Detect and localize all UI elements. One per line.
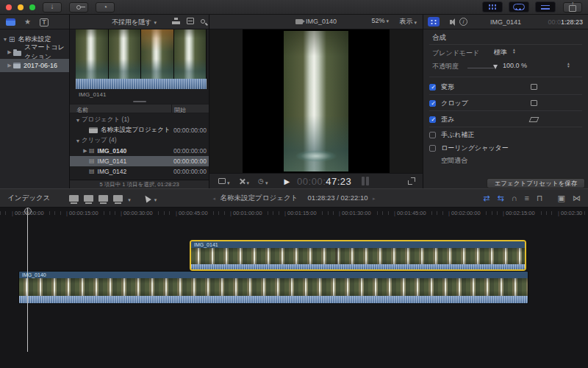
inspector-toggle-button[interactable] [535,1,556,13]
ruler-label: 00:02:15:00 [501,210,537,216]
viewer-toolbar: ◷ ▶ 00:00:47:23 [209,173,423,188]
browser-toggle-button[interactable] [482,1,503,13]
browser-group-row[interactable]: ▼ プロジェクト (1) [70,115,209,125]
sidebar-item-label: 2017-06-16 [24,62,57,69]
timeline-toggle-button[interactable] [509,1,529,13]
viewer-title: IMG_0140 [209,18,423,25]
browser-clip-row[interactable]: ▶ ▤ IMG_0140 00:00:00:00 [70,146,209,156]
keyword-editor-button[interactable] [69,2,88,13]
chevron-down-icon [154,18,157,26]
playhead[interactable] [27,208,28,352]
clip-icon: ▤ [89,158,95,164]
clip-name: IMG_0140 [19,272,528,278]
audio-waveform[interactable] [76,79,207,89]
filmstrip-frame[interactable] [141,29,174,79]
disclosure-closed-icon[interactable]: ▶ [82,148,89,154]
sidebar-item-event[interactable]: ▶ 2017-06-16 [0,59,69,72]
crop-icon[interactable] [531,100,537,106]
project-icon [89,127,98,133]
previous-project-icon[interactable]: ◂ [212,196,218,201]
filmstrip-frame[interactable] [174,29,207,79]
browser-grid-icon [488,4,497,10]
browser-clip-row-selected[interactable]: ▤ IMG_0141 00:00:00:00 [70,156,209,166]
event-icon [13,63,21,68]
browser-group-row[interactable]: ▼ クリップ (4) [70,135,209,146]
video-frame [284,31,348,171]
play-button[interactable]: ▶ [284,177,290,185]
column-divider[interactable] [171,105,172,113]
clip-name: IMG_0141 [191,241,525,248]
disclosure-open-icon[interactable]: ▼ [74,118,82,123]
minimize-button[interactable] [18,4,24,10]
distort-checkbox[interactable] [429,116,436,123]
libraries-sidebar: ★ T ▼ ⊞ 名称未設定 ▶ スマートコレクション ▶ 2017-06-16 [0,15,70,188]
enhancements-popup[interactable] [239,174,250,188]
disclosure-open-icon[interactable]: ▼ [1,37,9,42]
background-tasks-button[interactable]: ◔ [96,2,115,13]
row-start-time: 00:00:00:00 [173,168,207,175]
timeline-clip-connected-selected[interactable]: IMG_0141 [190,240,526,271]
titles-generators-icon[interactable]: T [40,18,49,26]
filmstrip-frame[interactable] [109,29,142,79]
pane-splitter-handle[interactable] [133,101,146,102]
retime-popup[interactable]: ◷ [258,174,268,188]
zoom-popup[interactable]: 52% [371,17,389,24]
import-button[interactable] [43,2,62,13]
viewer-stage [209,29,423,173]
fullscreen-button[interactable] [29,4,35,10]
transform-checkbox[interactable] [429,84,436,91]
timeline-clip-primary[interactable]: IMG_0140 [18,271,528,304]
list-view-icon[interactable] [187,18,194,24]
audio-meters[interactable] [362,177,369,185]
timeline-ruler[interactable]: 00:00:00:00 00:00:15:00 00:00:30:00 00:0… [0,208,588,218]
transform-icon[interactable] [531,84,537,90]
effect-row-crop: クロップ [423,96,588,110]
row-start-time: 00:00:00:00 [173,147,207,155]
disclosure-closed-icon[interactable]: ▶ [6,49,13,55]
browser-clip-row[interactable]: ▤ IMG_0142 00:00:00:00 [70,166,209,177]
filmstrip-frame[interactable] [76,29,109,79]
disclosure-open-icon[interactable]: ▼ [74,138,82,144]
view-popup[interactable]: 表示 [399,17,417,26]
share-button[interactable] [563,2,582,13]
close-button[interactable] [6,4,12,10]
timeline-toolbar: インデックス ◂ 名称未設定プロジェクト 01:28:23 / 02:22:10… [0,188,588,208]
search-icon[interactable] [201,19,205,24]
browser-project-row[interactable]: 名称未設定プロジェクト 00:00:00:00 [70,125,209,135]
divider [429,44,582,45]
rolling-shutter-checkbox[interactable] [429,145,436,152]
timeline[interactable]: 00:00:00:00 00:00:15:00 00:00:30:00 00:0… [0,208,588,368]
save-effects-preset-button[interactable]: エフェクトプリセットを保存 [487,178,585,188]
ruler-label: 00:02:00:00 [447,210,482,216]
sidebar-item-smart-collection[interactable]: ▶ スマートコレクション [0,46,69,59]
project-name[interactable]: 名称未設定プロジェクト [220,194,298,202]
distort-icon[interactable] [529,117,539,122]
clips-library-icon[interactable] [6,18,15,26]
filmstrip-seam [335,248,338,264]
group-label: クリップ (4) [82,136,117,145]
next-project-icon[interactable]: ▸ [370,196,375,201]
clip-filmstrip[interactable] [76,29,207,79]
zoom-level: 52% [371,17,384,24]
crop-checkbox[interactable] [429,100,436,107]
blend-mode-popup[interactable]: 標準 [494,48,507,57]
stabilization-checkbox[interactable] [429,132,436,138]
filter-popup[interactable]: 不採用を隠す [112,17,157,27]
row-label: IMG_0142 [98,168,127,175]
browser-status-bar: 5 項目中 1 項目を選択, 01:28:23 [70,180,209,188]
view-options-popup[interactable] [218,174,230,188]
column-name[interactable]: 名前 [76,106,88,114]
clip-appearance-icon[interactable] [172,18,180,24]
opacity-slider-track[interactable] [467,68,494,68]
stepper-arrows-icon[interactable]: ▴▾ [567,62,570,68]
fullscreen-icon[interactable] [408,177,415,185]
opacity-slider-handle[interactable] [493,65,498,69]
column-start[interactable]: 開始 [174,106,186,114]
photos-audio-icon[interactable]: ★ [24,18,31,26]
effect-label: 歪み [441,115,454,124]
effect-row-rolling-shutter: ローリングシャッター [423,141,588,155]
retime-clock-icon: ◷ [258,178,264,185]
disclosure-closed-icon[interactable]: ▶ [6,63,13,68]
inspector-pane: i IMG_0141 00:01:28:23 合成 ブレンドモード 標準 ▴▾ … [423,15,588,188]
opacity-value[interactable]: 100.0 % [503,62,527,69]
